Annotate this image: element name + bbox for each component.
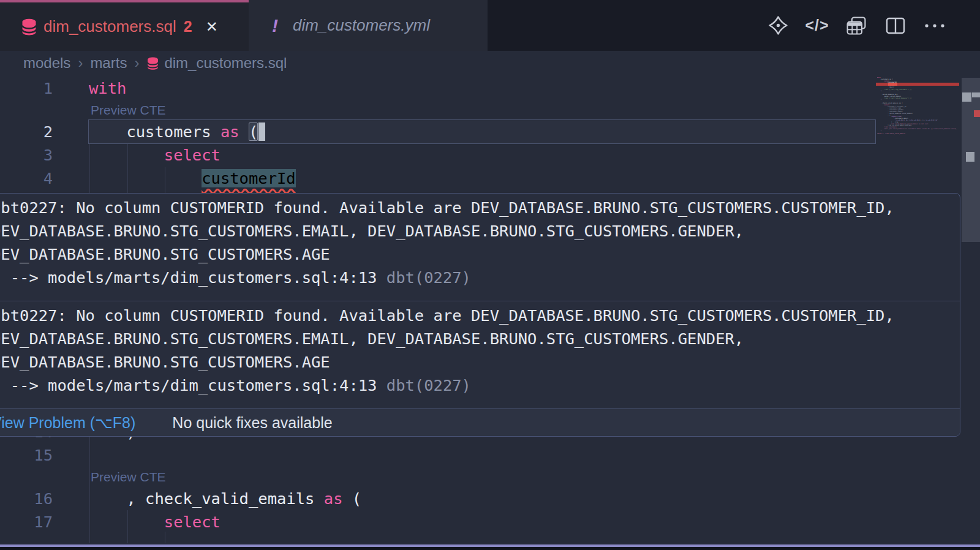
breadcrumb: models › marts › dim_customers.sql — [0, 51, 980, 75]
text-cursor — [258, 122, 265, 141]
code-line[interactable]: 4customerId — [0, 167, 980, 190]
breadcrumb-item-file[interactable]: dim_customers.sql — [146, 55, 287, 72]
error-message-line: DEV_DATABASE.BRUNO.STG_CUSTOMERS.EMAIL, … — [0, 219, 960, 243]
code-text[interactable]: customers as ( — [53, 120, 265, 143]
code-text[interactable] — [53, 443, 89, 467]
codelens-row[interactable]: Preview CTE — [0, 100, 980, 120]
overview-ruler-mark — [972, 92, 980, 97]
line-number: 17 — [0, 510, 53, 533]
minimap-line: left join valid_domains on customers.ema… — [877, 129, 959, 130]
line-number: 4 — [0, 167, 53, 190]
code-token: select — [164, 513, 221, 531]
close-tab-icon[interactable]: ✕ — [206, 18, 218, 36]
vscode-window: dim_customers.sql 2 ✕ ! dim_customers.ym… — [0, 0, 980, 550]
code-token: select — [164, 146, 221, 164]
code-preview-icon[interactable]: </> — [806, 15, 828, 37]
minimap-error-marker-highlight — [888, 83, 897, 86]
codelens-row[interactable]: Preview CTE — [0, 467, 980, 487]
code-text[interactable]: select — [53, 510, 221, 533]
more-actions-icon[interactable] — [924, 15, 946, 37]
overview-ruler-mark — [966, 152, 974, 162]
tab-dim-customers-yml[interactable]: ! dim_customers.yml — [249, 0, 488, 51]
tab-dim-customers-sql[interactable]: dim_customers.sql 2 ✕ — [0, 0, 249, 51]
code-token: ( — [249, 122, 258, 141]
query-results-icon[interactable] — [845, 15, 867, 37]
editor-code-bottom: 14)15Preview CTE16, check_valid_emails a… — [0, 420, 980, 533]
editor-actions: </> — [767, 0, 946, 51]
code-line[interactable]: 2customers as ( — [0, 120, 980, 143]
code-text[interactable]: select — [53, 143, 221, 167]
code-token — [239, 122, 249, 141]
line-number — [0, 100, 53, 120]
error-location-line: --> models/marts/dim_customers.sql:4:13 … — [0, 374, 960, 397]
minimap[interactable]: with customers as ( select customerId , … — [877, 77, 959, 135]
error-message: dbt0227: No column CUSTOMERID found. Ava… — [0, 194, 960, 301]
database-icon — [146, 56, 159, 70]
editor-code-top: 1withPreview CTE2customers as (3select4c… — [0, 77, 980, 190]
error-message-line: DEV_DATABASE.BRUNO.STG_CUSTOMERS.EMAIL, … — [0, 327, 960, 350]
breadcrumb-item-marts[interactable]: marts — [90, 55, 127, 72]
error-code: dbt(0227) — [386, 376, 471, 394]
code-line[interactable]: 16, check_valid_emails as ( — [0, 487, 980, 510]
code-token: with — [89, 79, 126, 97]
error-message: dbt0227: No column CUSTOMERID found. Ava… — [0, 301, 960, 409]
line-number: 1 — [0, 77, 53, 100]
line-number: 2 — [0, 120, 53, 143]
error-highlighted-word: customerId — [202, 169, 296, 187]
code-token — [211, 122, 221, 141]
tab-label: dim_customers.yml — [293, 16, 430, 35]
overview-ruler-mark — [962, 92, 971, 102]
error-location-line: --> models/marts/dim_customers.sql:4:13 … — [0, 266, 960, 289]
code-text[interactable]: , check_valid_emails as ( — [53, 487, 361, 510]
chevron-right-icon: › — [134, 55, 139, 72]
hover-status-bar: View Problem (⌥F8) No quick fixes availa… — [0, 409, 960, 436]
tab-label: dim_customers.sql — [43, 17, 176, 36]
overview-ruler-error-mark — [974, 110, 980, 117]
error-hover-popup: dbt0227: No column CUSTOMERID found. Ava… — [0, 193, 960, 437]
split-editor-icon[interactable] — [884, 15, 907, 37]
dbt-icon[interactable] — [767, 15, 789, 37]
line-number: 15 — [0, 443, 53, 467]
breadcrumb-file-label: dim_customers.sql — [164, 55, 287, 72]
line-number: 3 — [0, 143, 53, 167]
code-token: ( — [343, 489, 362, 508]
problems-count-badge: 2 — [184, 18, 192, 36]
breadcrumb-item-models[interactable]: models — [23, 55, 70, 72]
warning-exclamation-icon: ! — [272, 15, 278, 36]
code-line[interactable]: 1with — [0, 77, 980, 100]
code-token: customers — [126, 122, 211, 141]
view-problem-link[interactable]: View Problem (⌥F8) — [0, 414, 135, 432]
error-code: dbt(0227) — [386, 268, 471, 287]
codelens-preview-cte[interactable]: Preview CTE — [53, 467, 166, 487]
code-text[interactable]: customerId — [53, 167, 296, 190]
database-icon — [21, 18, 37, 36]
chevron-right-icon: › — [78, 55, 83, 72]
code-line[interactable]: 17select — [0, 510, 980, 533]
error-message-line: dbt0227: No column CUSTOMERID found. Ava… — [0, 304, 960, 327]
bottom-edge — [0, 547, 980, 550]
code-line[interactable]: 3select — [0, 143, 980, 167]
code-token: as — [221, 122, 239, 141]
line-number — [0, 467, 53, 487]
minimap-line: select * from check_valid_emails — [877, 134, 959, 135]
code-token: as — [324, 489, 343, 508]
error-message-line: DEV_DATABASE.BRUNO.STG_CUSTOMERS.AGE — [0, 243, 960, 266]
code-text[interactable]: with — [53, 77, 126, 100]
code-line[interactable]: 15 — [0, 443, 980, 467]
line-number: 16 — [0, 487, 53, 510]
no-quick-fixes-text: No quick fixes available — [172, 414, 332, 432]
editor-tab-bar: dim_customers.sql 2 ✕ ! dim_customers.ym… — [0, 0, 980, 51]
code-token: , check_valid_emails — [126, 489, 323, 508]
error-message-line: dbt0227: No column CUSTOMERID found. Ava… — [0, 196, 960, 219]
error-message-line: DEV_DATABASE.BRUNO.STG_CUSTOMERS.AGE — [0, 350, 960, 374]
codelens-preview-cte[interactable]: Preview CTE — [53, 100, 166, 120]
